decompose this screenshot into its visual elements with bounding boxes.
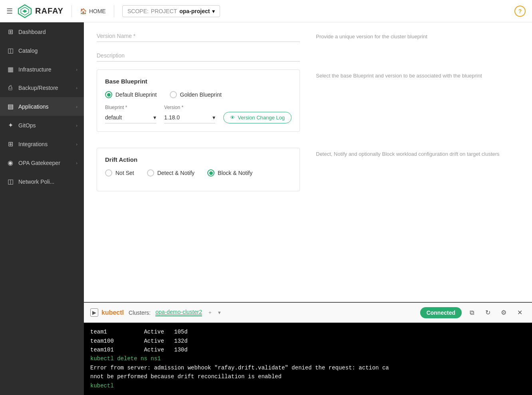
not-set-option[interactable]: Not Set [105,169,134,177]
close-terminal-button[interactable]: ✕ [514,307,526,319]
sidebar-item-infrastructure[interactable]: ▦ Infrastructure › [0,60,84,79]
default-blueprint-option[interactable]: Default Blueprint [105,91,157,98]
version-name-input[interactable] [97,30,300,42]
drift-action-help: Detect, Notify and optionally Block work… [316,148,519,157]
blueprint-selects: Blueprint * default ▾ Version * 1.18.0 [105,105,292,123]
sidebar-item-label: Applications [18,103,72,110]
navbar-logo: RAFAY [18,4,64,18]
base-blueprint-title: Base Blueprint [105,78,292,85]
home-icon: 🏠 [80,8,87,14]
refresh-button[interactable]: ↻ [482,307,494,319]
detect-notify-option[interactable]: Detect & Notify [147,169,195,177]
golden-blueprint-option[interactable]: Golden Blueprint [170,91,222,98]
sidebar-item-integrations[interactable]: ⊞ Integrations › [0,135,84,153]
sidebar-item-applications[interactable]: ▤ Applications › [0,97,84,116]
blueprint-radio-group: Default Blueprint Golden Blueprint [105,91,292,98]
navbar-home-link[interactable]: 🏠 HOME [80,8,106,14]
terminal-prompt-icon: ▶ [90,308,98,317]
terminal-body: team1 Active 105d team100 Active 132d te… [84,323,532,395]
terminal-prompt-line: kubectl [90,381,526,390]
drift-action-section: Drift Action Not Set Detect & Notify [97,148,300,199]
terminal-panel: ▶ kubectl Clusters: opa-demo-cluster2 + … [84,302,532,395]
detect-notify-radio[interactable] [147,169,154,177]
sidebar: ⊞ Dashboard ◫ Catalog ▦ Infrastructure ›… [0,22,84,395]
applications-icon: ▤ [6,103,14,110]
default-blueprint-radio[interactable] [105,91,112,98]
sidebar-item-label: Integrations [18,141,72,147]
chevron-right-icon: › [76,161,77,165]
default-blueprint-label: Default Blueprint [115,91,157,98]
scope-arrow: ▾ [212,8,215,14]
sidebar-item-dashboard[interactable]: ⊞ Dashboard [0,22,84,41]
dashboard-icon: ⊞ [6,28,14,36]
settings-button[interactable]: ⚙ [498,307,510,319]
version-dropdown-icon: ▾ [212,114,215,121]
close-icon: ✕ [517,309,522,316]
blueprint-select-label: Blueprint * [105,105,156,110]
terminal-line: team100 Active 132d [90,337,526,345]
block-notify-label: Block & Notify [218,170,252,176]
sidebar-item-backup-restore[interactable]: ⎙ Backup/Restore › [0,79,84,97]
integrations-icon: ⊞ [6,140,14,148]
description-field [97,50,300,62]
chevron-right-icon: › [76,142,77,147]
chevron-right-icon: › [76,104,77,109]
gitops-icon: ✦ [6,121,14,129]
blueprint-select[interactable]: default ▾ [105,112,156,123]
base-blueprint-row: Base Blueprint Default Blueprint Golden … [97,69,519,140]
not-set-label: Not Set [115,170,134,176]
terminal-command-line: kubectl delete ns ns1 [90,354,526,363]
changelog-button[interactable]: 👁 Version Change Log [223,112,292,123]
base-blueprint-section: Base Blueprint Default Blueprint Golden … [97,69,300,140]
rafay-logo-icon [18,4,32,18]
menu-icon[interactable]: ☰ [6,7,13,16]
scope-value: opa-project [179,8,210,14]
navbar-divider2 [114,5,114,17]
navbar-divider [71,5,72,17]
sidebar-item-label: Catalog [18,48,77,54]
blueprint-select-group: Blueprint * default ▾ [105,105,156,123]
changelog-label: Version Change Log [238,115,285,121]
cluster-add-button[interactable]: + [208,310,212,316]
sidebar-item-label: Network Poli... [18,179,77,185]
block-notify-option[interactable]: Block & Notify [207,169,252,177]
refresh-icon: ↻ [485,309,490,316]
help-button[interactable]: ? [514,6,526,17]
chevron-right-icon: › [76,123,77,128]
navbar: ☰ RAFAY 🏠 HOME SCOPE: PROJECT opa-projec… [0,0,532,22]
settings-icon: ⚙ [501,309,506,316]
cluster-dropdown-icon[interactable]: ▾ [218,310,221,316]
connected-button[interactable]: Connected [420,307,462,318]
infrastructure-icon: ▦ [6,66,14,73]
terminal-actions: Connected ⧉ ↻ ⚙ ✕ [420,307,526,319]
version-name-field [97,30,300,42]
golden-blueprint-radio[interactable] [170,91,177,98]
version-select[interactable]: 1.18.0 ▾ [164,112,215,123]
blueprint-dropdown-icon: ▾ [153,114,156,121]
catalog-icon: ◫ [6,47,14,54]
kubectl-text: kubectl [101,309,124,316]
cluster-name-link[interactable]: opa-demo-cluster2 [155,309,202,316]
sidebar-item-opa-gatekeeper[interactable]: ◉ OPA Gatekeeper › [0,153,84,172]
block-notify-radio[interactable] [207,169,214,177]
scope-selector[interactable]: SCOPE: PROJECT opa-project ▾ [122,5,220,17]
navbar-logo-text: RAFAY [35,6,64,16]
sidebar-item-gitops[interactable]: ✦ GitOps › [0,116,84,135]
drift-action-box: Drift Action Not Set Detect & Notify [97,148,300,191]
svg-marker-2 [22,10,27,13]
drift-action-row: Drift Action Not Set Detect & Notify [97,148,519,199]
terminal-line: team1 Active 105d [90,328,526,336]
sidebar-item-network-policy[interactable]: ◫ Network Poli... [0,172,84,191]
not-set-radio[interactable] [105,169,112,177]
sidebar-item-catalog[interactable]: ◫ Catalog [0,41,84,60]
description-input[interactable] [97,50,300,62]
drift-action-title: Drift Action [105,156,292,163]
kubectl-label: ▶ kubectl [90,308,124,317]
sidebar-item-label: Dashboard [18,29,77,35]
main-layout: ⊞ Dashboard ◫ Catalog ▦ Infrastructure ›… [0,22,532,395]
blueprint-value: default [105,114,122,121]
eye-icon: 👁 [230,115,235,121]
form-area: Provide a unique version for the cluster… [84,22,532,302]
content-area: Provide a unique version for the cluster… [84,22,532,395]
open-external-button[interactable]: ⧉ [466,307,478,319]
